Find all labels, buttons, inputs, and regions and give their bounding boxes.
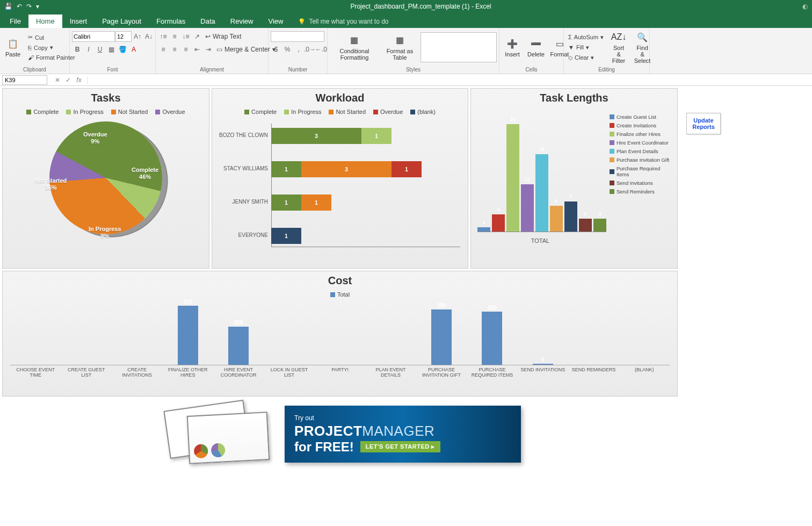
cell-styles-gallery[interactable]: [421, 32, 497, 62]
ribbon-tabs: File Home Insert Page Layout Formulas Da…: [0, 13, 812, 28]
tab-view[interactable]: View: [260, 15, 291, 28]
comma-icon[interactable]: ,: [293, 44, 304, 55]
underline-button[interactable]: U: [95, 44, 105, 55]
align-right-icon[interactable]: ≡: [180, 44, 191, 55]
cost-column: [264, 301, 314, 365]
tab-home[interactable]: Home: [28, 15, 62, 28]
qat-dropdown-icon[interactable]: ▾: [36, 3, 39, 10]
wrap-text-button[interactable]: ↩Wrap Text: [203, 32, 244, 41]
cost-x-label: PURCHASE INVITATION GIFT: [416, 368, 467, 384]
ad-logo: PROJECTMANAGER: [294, 423, 511, 439]
enter-formula-icon[interactable]: ✓: [63, 76, 73, 84]
bold-button[interactable]: B: [72, 44, 83, 55]
fx-icon[interactable]: fx: [74, 76, 84, 84]
workload-segment: 1: [271, 228, 301, 244]
cost-column: [619, 301, 670, 365]
legend-item: Not Started: [111, 109, 148, 115]
font-size-select[interactable]: [115, 31, 132, 42]
group-number: $ % , .0→ ←.0 Number: [269, 28, 328, 74]
workload-segment: 1: [361, 128, 392, 144]
group-font: A↑ A↓ B I U ▦ 🪣 A Font: [70, 28, 156, 74]
tasks-chart-panel[interactable]: Tasks CompleteIn ProgressNot StartedOver…: [2, 88, 209, 269]
task-length-bar: 6: [550, 206, 563, 232]
tab-formulas[interactable]: Formulas: [149, 15, 193, 28]
align-top-icon[interactable]: ↑≡: [158, 31, 169, 42]
merge-icon: ▭: [216, 46, 222, 53]
workload-segment: 3: [301, 161, 392, 177]
sort-filter-button[interactable]: AZ↓Sort & Filter: [608, 30, 629, 65]
worksheet-area[interactable]: Tasks CompleteIn ProgressNot StartedOver…: [0, 86, 812, 526]
chevron-down-icon: ▾: [50, 44, 53, 51]
align-left-icon[interactable]: ≡: [158, 44, 169, 55]
legend-item: In Progress: [284, 109, 321, 115]
percent-icon[interactable]: %: [282, 44, 293, 55]
align-center-icon[interactable]: ≡: [169, 44, 180, 55]
tab-file[interactable]: File: [2, 15, 28, 28]
ribbon-options-icon[interactable]: ◐: [802, 3, 808, 10]
font-color-button[interactable]: A: [128, 44, 139, 55]
formula-bar: ✕ ✓ fx: [0, 74, 812, 86]
delete-cells-button[interactable]: ➖Delete: [525, 36, 547, 59]
legend-item: Send Reminders: [610, 189, 674, 194]
legend-item: Send Invitations: [610, 180, 674, 186]
border-button[interactable]: ▦: [106, 44, 117, 55]
ad-cta-button[interactable]: LET'S GET STARTED ▸: [360, 441, 440, 452]
group-cells: ➕Insert ➖Delete ▭Format Cells: [499, 28, 564, 74]
tab-data[interactable]: Data: [193, 15, 222, 28]
cost-x-label: (BLANK): [619, 368, 670, 384]
conditional-formatting-button[interactable]: ▦ Conditional Formatting: [330, 33, 379, 62]
align-bottom-icon[interactable]: ↓≡: [180, 31, 191, 42]
workload-legend: CompleteIn ProgressNot StartedOverdue(bl…: [212, 106, 468, 118]
cost-chart-panel[interactable]: Cost Total 3102002902806 CHOOSE EVENT TI…: [2, 271, 678, 397]
orientation-icon[interactable]: ↗: [192, 31, 202, 42]
fill-button[interactable]: ▼Fill ▾: [566, 43, 606, 52]
task-lengths-panel[interactable]: Task Lengths 142511186733 TOTAL Create G…: [470, 88, 678, 269]
font-name-select[interactable]: [72, 31, 115, 42]
group-styles: ▦ Conditional Formatting ▦ Format as Tab…: [328, 28, 499, 74]
tab-page-layout[interactable]: Page Layout: [95, 15, 149, 28]
workload-row-name: EVERYONE: [218, 232, 268, 238]
cancel-formula-icon[interactable]: ✕: [53, 76, 62, 84]
fill-color-button[interactable]: 🪣: [117, 44, 128, 55]
cost-x-label: CHOOSE EVENT TIME: [10, 368, 61, 384]
update-reports-button[interactable]: Update Reports: [686, 113, 721, 134]
ribbon: 📋 Paste ✂Cut ⎘Copy ▾ 🖌Format Painter Cli…: [0, 28, 812, 74]
clear-button[interactable]: ◇Clear ▾: [566, 53, 606, 62]
cost-column: [112, 301, 162, 365]
decrease-decimal-icon[interactable]: ←.0: [316, 44, 327, 55]
increase-indent-icon[interactable]: ⇥: [203, 44, 214, 55]
format-as-table-button[interactable]: ▦ Format as Table: [381, 33, 418, 62]
undo-icon[interactable]: ↶: [17, 3, 22, 10]
task-length-bar: 18: [535, 154, 548, 232]
table-icon: ▦: [393, 34, 406, 47]
cost-column: [61, 301, 111, 365]
insert-cells-button[interactable]: ➕Insert: [502, 36, 523, 59]
paste-button[interactable]: 📋 Paste: [2, 36, 24, 59]
cost-x-label: LOCK IN GUEST LIST: [264, 368, 314, 384]
name-box[interactable]: [2, 75, 47, 85]
cells-group-label: Cells: [502, 66, 561, 74]
formula-input[interactable]: [88, 75, 812, 85]
currency-icon[interactable]: $: [271, 44, 281, 55]
number-format-select[interactable]: [271, 31, 324, 42]
brush-icon: 🖌: [28, 54, 34, 61]
autosum-button[interactable]: ΣAutoSum ▾: [566, 33, 606, 42]
find-select-button[interactable]: 🔍Find & Select: [632, 30, 653, 65]
ad-banner[interactable]: Try out PROJECTMANAGER for FREE! LET'S G…: [161, 402, 521, 466]
cost-x-label: SEND INVITATIONS: [518, 368, 568, 384]
increase-decimal-icon[interactable]: .0→: [305, 44, 315, 55]
decrease-font-icon[interactable]: A↓: [143, 31, 154, 42]
sort-icon: AZ↓: [612, 31, 625, 44]
workload-chart-panel[interactable]: Workload CompleteIn ProgressNot StartedO…: [212, 88, 468, 269]
italic-button[interactable]: I: [83, 44, 94, 55]
cost-x-label: PURCHASE REQUIRED ITEMS: [467, 368, 517, 384]
decrease-indent-icon[interactable]: ⇤: [192, 44, 202, 55]
save-icon[interactable]: 💾: [4, 3, 12, 10]
tab-review[interactable]: Review: [223, 15, 261, 28]
redo-icon[interactable]: ↷: [26, 3, 32, 10]
tell-me-search[interactable]: Tell me what you want to do: [291, 15, 396, 28]
tab-insert[interactable]: Insert: [62, 15, 95, 28]
increase-font-icon[interactable]: A↑: [132, 31, 143, 42]
cost-x-labels: CHOOSE EVENT TIMECREATE GUEST LISTCREATE…: [10, 368, 670, 384]
align-middle-icon[interactable]: ≡: [169, 31, 180, 42]
